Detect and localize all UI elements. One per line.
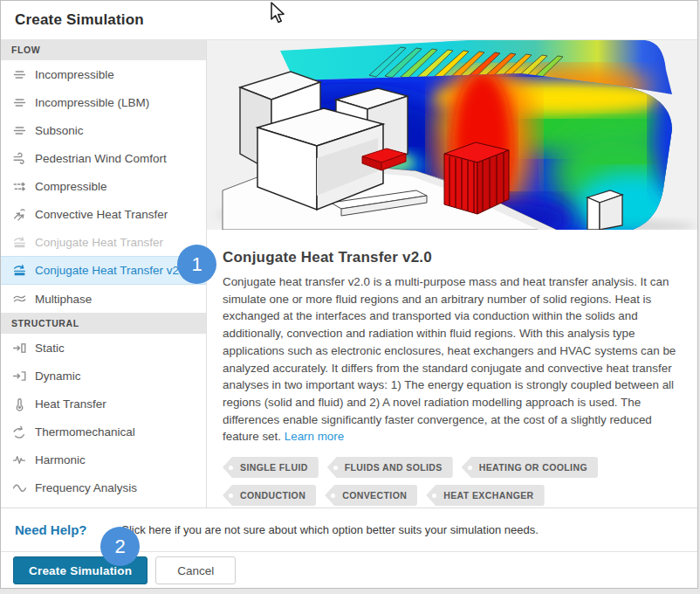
- thermometer-icon: [12, 397, 27, 411]
- waves-icon: [12, 292, 27, 307]
- help-text: Click here if you are not sure about whi…: [121, 523, 539, 536]
- tag-chip: SINGLE FLUID: [223, 457, 319, 478]
- tag-chip: CONDUCTION: [223, 485, 316, 506]
- sidebar-item-compressible[interactable]: Compressible: [1, 172, 206, 200]
- sidebar-item-static[interactable]: Static: [1, 334, 206, 362]
- tag-chip: HEAT EXCHANGER: [426, 485, 544, 506]
- thermomechanical-icon: [12, 425, 27, 439]
- sidebar-item-label: Static: [35, 342, 65, 355]
- analysis-type-sidebar: FLOW Incompressible Incompressible (LBM)…: [1, 39, 207, 508]
- sidebar-item-label: Heat Transfer: [35, 397, 106, 411]
- sidebar-item-label: Harmonic: [35, 453, 86, 466]
- sidebar-item-frequency-analysis[interactable]: Frequency Analysis: [1, 473, 206, 501]
- streamlines-icon: [12, 123, 27, 138]
- cancel-button[interactable]: Cancel: [155, 556, 236, 584]
- sidebar-item-label: Incompressible (LBM): [35, 96, 149, 109]
- sidebar-item-incompressible[interactable]: Incompressible: [1, 60, 206, 88]
- sidebar-item-subsonic[interactable]: Subsonic: [1, 116, 206, 144]
- streamlines-icon: [12, 67, 27, 82]
- analysis-description-section: Conjugate Heat Transfer v2.0 Conjugate h…: [207, 230, 697, 508]
- section-header-structural: STRUCTURAL: [1, 313, 206, 334]
- wind-icon: [12, 151, 27, 166]
- section-header-flow: FLOW: [1, 39, 206, 60]
- sidebar-item-label: Incompressible: [35, 68, 114, 81]
- analysis-description: Conjugate heat transfer v2.0 is a multi-…: [223, 273, 680, 446]
- sidebar-item-conjugate-heat-transfer-v2[interactable]: Conjugate Heat Transfer v2.0: [1, 256, 206, 285]
- simulation-preview-image: [207, 40, 697, 230]
- sidebar-item-conjugate-heat-transfer: Conjugate Heat Transfer: [1, 228, 206, 256]
- sidebar-item-label: Conjugate Heat Transfer: [35, 236, 163, 249]
- sidebar-item-label: Thermomechanical: [35, 425, 135, 439]
- sidebar-item-label: Compressible: [35, 180, 107, 193]
- annotation-badge-2: 2: [100, 527, 140, 566]
- pulse-icon: [12, 452, 27, 467]
- sidebar-item-label: Convective Heat Transfer: [35, 208, 168, 221]
- annotation-badge-1: 1: [177, 245, 216, 284]
- sidebar-item-pedestrian-wind-comfort[interactable]: Pedestrian Wind Comfort: [1, 144, 206, 172]
- tag-chip: CONVECTION: [325, 485, 417, 506]
- sidebar-item-label: Pedestrian Wind Comfort: [35, 152, 167, 165]
- sidebar-item-convective-heat-transfer[interactable]: Convective Heat Transfer: [1, 200, 206, 228]
- sidebar-item-multiphase[interactable]: Multiphase: [1, 285, 206, 313]
- sidebar-item-label: Conjugate Heat Transfer v2.0: [35, 264, 189, 277]
- sidebar-item-label: Frequency Analysis: [35, 481, 137, 494]
- need-help-link[interactable]: Need Help?: [15, 522, 87, 537]
- dashed-arrows-icon: [12, 179, 27, 194]
- sine-wave-icon: [12, 480, 27, 495]
- tag-list: SINGLE FLUID FLUIDS AND SOLIDS HEATING O…: [223, 457, 680, 508]
- tag-chip: FLUIDS AND SOLIDS: [327, 457, 453, 478]
- streamlines-icon: [12, 95, 27, 110]
- sidebar-item-incompressible-lbm[interactable]: Incompressible (LBM): [1, 88, 206, 116]
- sidebar-item-label: Dynamic: [35, 370, 81, 383]
- dialog-header: Create Simulation: [1, 1, 697, 39]
- conjugate-layers-icon: [12, 263, 27, 278]
- create-simulation-dialog: Create Simulation FLOW Incompressible In…: [0, 0, 698, 589]
- convective-arrows-icon: [12, 207, 27, 222]
- analysis-detail-panel: Conjugate Heat Transfer v2.0 Conjugate h…: [207, 39, 697, 508]
- tag-chip: HEATING OR COOLING: [462, 457, 598, 478]
- conjugate-layers-icon: [12, 235, 27, 250]
- dialog-title: Create Simulation: [15, 11, 144, 29]
- sidebar-item-label: Subsonic: [35, 124, 84, 137]
- learn-more-link[interactable]: Learn more: [285, 430, 344, 443]
- analysis-heading: Conjugate Heat Transfer v2.0: [223, 249, 680, 266]
- sidebar-item-dynamic[interactable]: Dynamic: [1, 362, 206, 390]
- sidebar-item-harmonic[interactable]: Harmonic: [1, 446, 206, 473]
- arrow-bracket-icon: [12, 369, 27, 383]
- sidebar-item-thermomechanical[interactable]: Thermomechanical: [1, 418, 206, 446]
- sidebar-item-heat-transfer[interactable]: Heat Transfer: [1, 390, 206, 418]
- sidebar-item-label: Multiphase: [35, 293, 92, 306]
- arrow-box-icon: [12, 341, 27, 356]
